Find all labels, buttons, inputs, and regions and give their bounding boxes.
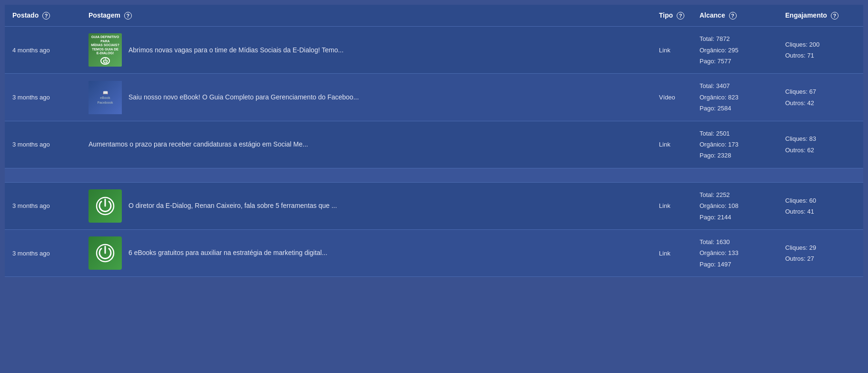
table-row: 3 months ago Aumentamos o prazo para rec… bbox=[5, 121, 863, 168]
posted-cell: 3 months ago bbox=[5, 121, 81, 168]
table-row: 3 months ago 6 eBooks gratuitos para aux… bbox=[5, 229, 863, 276]
tipo-help-icon[interactable]: ? bbox=[677, 12, 684, 20]
alcance-cell: Total: 7872 Orgânico: 295 Pago: 7577 bbox=[692, 27, 778, 74]
posted-cell: 3 months ago bbox=[5, 182, 81, 229]
post-thumbnail: GUIA DEFINITIVO PARAMÍDIAS SOCIAIS?TEMOS… bbox=[89, 33, 122, 67]
table-header-row: Postado ? Postagem ? Tipo ? Alcance ? En… bbox=[5, 5, 863, 27]
engajamento-help-icon[interactable]: ? bbox=[831, 12, 838, 20]
alcance-total: Total: 3407 bbox=[700, 80, 770, 91]
engajamento-cliques: Cliques: 83 bbox=[785, 133, 856, 144]
alcance-organico: Orgânico: 823 bbox=[700, 92, 770, 103]
engajamento-outros: Outros: 27 bbox=[785, 253, 856, 264]
table-row: 3 months ago O diretor da E-Dialog, Rena… bbox=[5, 182, 863, 229]
alcance-organico: Orgânico: 133 bbox=[700, 247, 770, 258]
tipo-cell: Link bbox=[651, 27, 692, 74]
alcance-cell: Total: 2252 Orgânico: 108 Pago: 2144 bbox=[692, 182, 778, 229]
alcance-help-icon[interactable]: ? bbox=[729, 12, 737, 20]
engajamento-cell: Cliques: 200 Outros: 71 bbox=[778, 27, 863, 74]
separator-row bbox=[5, 168, 863, 182]
post-cell: 📖eBookFacebook Saiu nosso novo eBook! O … bbox=[81, 74, 651, 121]
engajamento-outros: Outros: 42 bbox=[785, 98, 856, 108]
tipo-cell: Link bbox=[651, 121, 692, 168]
post-thumbnail bbox=[89, 189, 122, 223]
alcance-pago: Pago: 2144 bbox=[700, 212, 770, 223]
alcance-pago: Pago: 2584 bbox=[700, 103, 770, 114]
post-cell: O diretor da E-Dialog, Renan Caixeiro, f… bbox=[81, 182, 651, 229]
alcance-pago: Pago: 1497 bbox=[700, 259, 770, 270]
posted-cell: 3 months ago bbox=[5, 74, 81, 121]
post-thumbnail bbox=[89, 236, 122, 270]
post-text: Saiu nosso novo eBook! O Guia Completo p… bbox=[128, 93, 359, 102]
header-engajamento: Engajamento ? bbox=[778, 5, 863, 27]
engajamento-outros: Outros: 41 bbox=[785, 206, 856, 217]
table-row: 3 months ago 📖eBookFacebook Saiu nosso n… bbox=[5, 74, 863, 121]
table-row: 4 months ago GUIA DEFINITIVO PARAMÍDIAS … bbox=[5, 27, 863, 74]
post-help-icon[interactable]: ? bbox=[124, 12, 132, 20]
header-tipo: Tipo ? bbox=[651, 5, 692, 27]
engajamento-cliques: Cliques: 60 bbox=[785, 195, 856, 206]
header-post: Postagem ? bbox=[81, 5, 651, 27]
engajamento-cliques: Cliques: 29 bbox=[785, 242, 856, 253]
alcance-pago: Pago: 7577 bbox=[700, 56, 770, 67]
alcance-organico: Orgânico: 108 bbox=[700, 200, 770, 211]
post-text: 6 eBooks gratuitos para auxiliar na estr… bbox=[128, 248, 327, 258]
alcance-total: Total: 1630 bbox=[700, 236, 770, 247]
post-cell: Aumentamos o prazo para receber candidat… bbox=[81, 121, 651, 168]
alcance-organico: Orgânico: 295 bbox=[700, 45, 770, 56]
engajamento-cliques: Cliques: 200 bbox=[785, 39, 856, 50]
engajamento-cell: Cliques: 67 Outros: 42 bbox=[778, 74, 863, 121]
post-text: Aumentamos o prazo para receber candidat… bbox=[89, 140, 308, 149]
posted-help-icon[interactable]: ? bbox=[42, 12, 50, 20]
alcance-total: Total: 2252 bbox=[700, 189, 770, 200]
engajamento-cell: Cliques: 60 Outros: 41 bbox=[778, 182, 863, 229]
posted-cell: 3 months ago bbox=[5, 229, 81, 276]
tipo-cell: Link bbox=[651, 229, 692, 276]
engajamento-outros: Outros: 62 bbox=[785, 145, 856, 156]
alcance-cell: Total: 2501 Orgânico: 173 Pago: 2328 bbox=[692, 121, 778, 168]
alcance-pago: Pago: 2328 bbox=[700, 150, 770, 161]
post-thumbnail: 📖eBookFacebook bbox=[89, 81, 122, 114]
alcance-total: Total: 7872 bbox=[700, 33, 770, 44]
engajamento-cell: Cliques: 29 Outros: 27 bbox=[778, 229, 863, 276]
posts-table: Postado ? Postagem ? Tipo ? Alcance ? En… bbox=[5, 5, 863, 277]
engajamento-cliques: Cliques: 67 bbox=[785, 86, 856, 97]
header-alcance: Alcance ? bbox=[692, 5, 778, 27]
alcance-total: Total: 2501 bbox=[700, 128, 770, 139]
alcance-cell: Total: 3407 Orgânico: 823 Pago: 2584 bbox=[692, 74, 778, 121]
header-posted: Postado ? bbox=[5, 5, 81, 27]
separator-cell bbox=[5, 168, 863, 182]
post-text: Abrimos novas vagas para o time de Mídia… bbox=[128, 46, 344, 55]
post-cell: GUIA DEFINITIVO PARAMÍDIAS SOCIAIS?TEMOS… bbox=[81, 27, 651, 74]
posted-cell: 4 months ago bbox=[5, 27, 81, 74]
alcance-cell: Total: 1630 Orgânico: 133 Pago: 1497 bbox=[692, 229, 778, 276]
engajamento-cell: Cliques: 83 Outros: 62 bbox=[778, 121, 863, 168]
post-cell: 6 eBooks gratuitos para auxiliar na estr… bbox=[81, 229, 651, 276]
tipo-cell: Link bbox=[651, 182, 692, 229]
post-text: O diretor da E-Dialog, Renan Caixeiro, f… bbox=[128, 201, 337, 211]
engajamento-outros: Outros: 71 bbox=[785, 50, 856, 61]
tipo-cell: Vídeo bbox=[651, 74, 692, 121]
alcance-organico: Orgânico: 173 bbox=[700, 139, 770, 150]
